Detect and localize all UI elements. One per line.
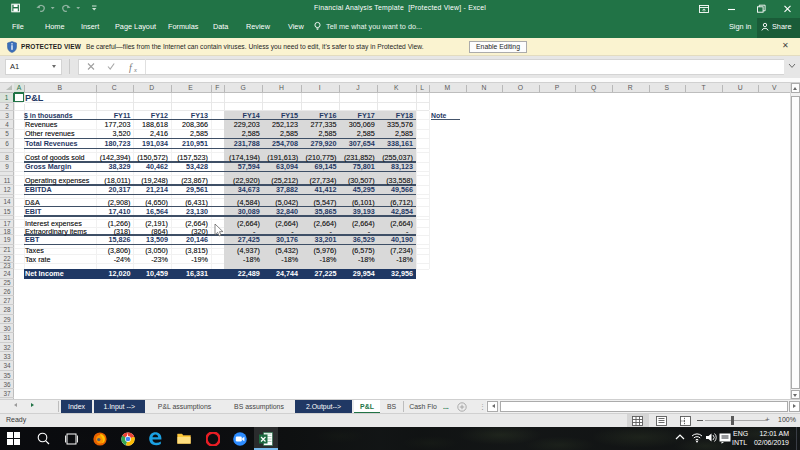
svg-text:f: f bbox=[129, 62, 133, 73]
svg-text:x: x bbox=[133, 66, 137, 73]
